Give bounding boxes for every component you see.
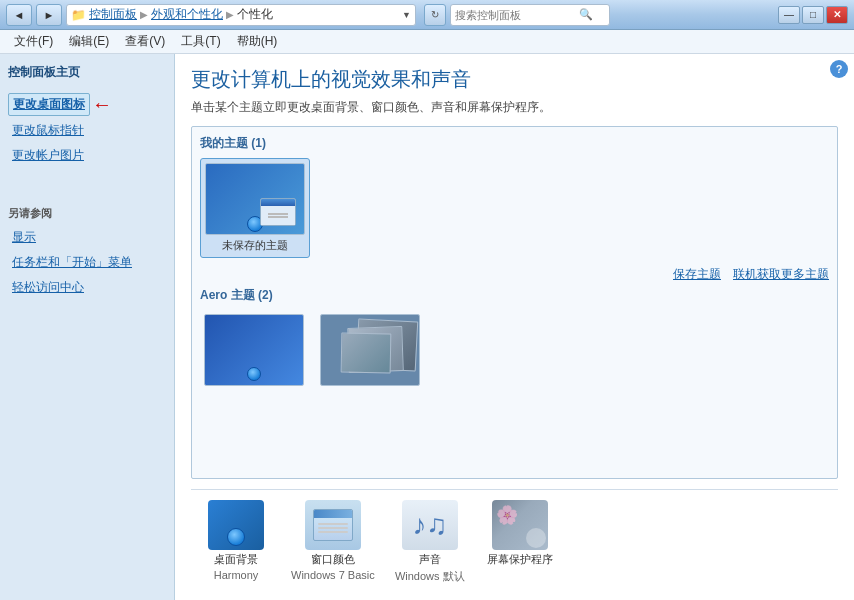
close-button[interactable]: ✕: [826, 6, 848, 24]
sidebar-link-display[interactable]: 显示: [8, 227, 166, 248]
help-icon[interactable]: ?: [830, 60, 848, 78]
sidebar-also-title: 另请参阅: [8, 206, 166, 221]
aero-bg-blue: [205, 315, 303, 385]
sidebar-link-ease[interactable]: 轻松访问中心: [8, 277, 166, 298]
maximize-button[interactable]: □: [802, 6, 824, 24]
sidebar-link-taskbar[interactable]: 任务栏和「开始」菜单: [8, 252, 166, 273]
search-icon[interactable]: 🔍: [579, 8, 593, 21]
page-subtitle: 单击某个主题立即更改桌面背景、窗口颜色、声音和屏幕保护程序。: [191, 99, 838, 116]
sound-icon-bg: ♪♫: [402, 500, 458, 550]
bottom-sub-desktop: Harmony: [214, 569, 259, 581]
search-input[interactable]: [455, 9, 575, 21]
search-bar: 🔍: [450, 4, 610, 26]
aero-theme-1[interactable]: [200, 310, 308, 393]
bottom-item-desktop-bg[interactable]: 桌面背景 Harmony: [191, 496, 281, 585]
icon-wincolor-titlebar: [314, 510, 352, 518]
icon-wincolor-line-2: [318, 527, 348, 529]
icon-screensaver: 🌸: [492, 500, 548, 550]
bottom-label-desktop: 桌面背景: [214, 552, 258, 567]
bottom-label-screensaver: 屏幕保护程序: [487, 552, 553, 567]
music-notes-icon: ♪♫: [412, 509, 447, 541]
menu-tools[interactable]: 工具(T): [175, 31, 226, 52]
desktop-icon-bg: [208, 500, 264, 550]
sidebar: 控制面板主页 更改桌面图标 ← 更改鼠标指针 更改帐户图片 另请参阅 显示 任务…: [0, 54, 175, 600]
breadcrumb-item-2[interactable]: 外观和个性化: [151, 6, 223, 23]
bottom-item-sound[interactable]: ♪♫ 声音 Windows 默认: [385, 496, 475, 588]
sidebar-links: 更改桌面图标 ← 更改鼠标指针 更改帐户图片: [8, 93, 166, 166]
theme-thumb-unsaved: [205, 163, 305, 235]
save-theme-link[interactable]: 保存主题: [673, 266, 721, 283]
back-button[interactable]: ◄: [6, 4, 32, 26]
icon-wincolor-line-1: [318, 523, 348, 525]
aero-thumb-2: [320, 314, 420, 386]
main-layout: 控制面板主页 更改桌面图标 ← 更改鼠标指针 更改帐户图片 另请参阅 显示 任务…: [0, 54, 854, 600]
sidebar-main-title: 控制面板主页: [8, 64, 166, 81]
icon-wincolor-line-3: [318, 531, 348, 533]
bottom-label-sound: 声音: [419, 552, 441, 567]
menu-help[interactable]: 帮助(H): [231, 31, 284, 52]
breadcrumb-sep-1: ▶: [140, 9, 148, 20]
theme-item-unsaved[interactable]: 未保存的主题: [200, 158, 310, 258]
win-line-1: [268, 213, 288, 215]
sidebar-link-account[interactable]: 更改帐户图片: [8, 145, 166, 166]
aero-thumb-1: [204, 314, 304, 386]
menu-view[interactable]: 查看(V): [119, 31, 171, 52]
get-more-link[interactable]: 联机获取更多主题: [733, 266, 829, 283]
breadcrumb-item-1[interactable]: 控制面板: [89, 6, 137, 23]
theme-label-unsaved: 未保存的主题: [222, 238, 288, 253]
icon-wincolor-lines: [314, 518, 352, 538]
bottom-bar: 桌面背景 Harmony: [191, 489, 838, 588]
breadcrumb-folder-icon: 📁: [71, 8, 86, 22]
icon-wincolor-window: [313, 509, 353, 541]
nature-img-3: [341, 333, 392, 374]
aero-theme-2[interactable]: [316, 310, 424, 393]
bottom-sub-sound: Windows 默认: [395, 569, 465, 584]
breadcrumb: 📁 控制面板 ▶ 外观和个性化 ▶ 个性化 ▼: [66, 4, 416, 26]
window-icon: [260, 198, 296, 226]
page-title: 更改计算机上的视觉效果和声音: [191, 66, 838, 93]
minimize-button[interactable]: —: [778, 6, 800, 24]
aero-win7-orb: [247, 367, 261, 381]
bottom-item-screensaver[interactable]: 🌸 屏幕保护程序: [475, 496, 565, 573]
menu-file[interactable]: 文件(F): [8, 31, 59, 52]
breadcrumb-item-3: 个性化: [237, 6, 273, 23]
my-themes-label: 我的主题 (1): [200, 135, 829, 152]
forward-button[interactable]: ►: [36, 4, 62, 26]
aero-themes-grid: [200, 310, 829, 393]
win-body: [261, 206, 295, 225]
themes-scroll-area[interactable]: 我的主题 (1): [191, 126, 838, 479]
icon-sound: ♪♫: [402, 500, 458, 550]
refresh-button[interactable]: ↻: [424, 4, 446, 26]
sidebar-link-mouse[interactable]: 更改鼠标指针: [8, 120, 166, 141]
desktop-bg-icon: [208, 500, 264, 550]
aero-themes-label: Aero 主题 (2): [200, 287, 829, 304]
screensaver-image: 🌸: [492, 500, 548, 550]
highlight-arrow-icon: ←: [92, 93, 112, 116]
menu-edit[interactable]: 编辑(E): [63, 31, 115, 52]
screensaver-icon-bg: 🌸: [492, 500, 548, 550]
desktop-win7-orb: [227, 528, 245, 546]
content-area: ? 更改计算机上的视觉效果和声音 单击某个主题立即更改桌面背景、窗口颜色、声音和…: [175, 54, 854, 600]
title-bar: ◄ ► 📁 控制面板 ▶ 外观和个性化 ▶ 个性化 ▼ ↻ 🔍 — □ ✕: [0, 0, 854, 30]
bottom-item-window-color[interactable]: 窗口颜色 Windows 7 Basic: [281, 496, 385, 585]
thumb-unsaved-bg: [206, 164, 304, 234]
menu-bar: 文件(F) 编辑(E) 查看(V) 工具(T) 帮助(H): [0, 30, 854, 54]
bottom-sub-wincolor: Windows 7 Basic: [291, 569, 375, 581]
breadcrumb-sep-2: ▶: [226, 9, 234, 20]
save-row: 保存主题 联机获取更多主题: [200, 266, 829, 283]
window-color-icon: [305, 500, 361, 550]
title-bar-left: ◄ ► 📁 控制面板 ▶ 外观和个性化 ▶ 个性化 ▼ ↻ 🔍: [6, 4, 610, 26]
window-controls: — □ ✕: [778, 6, 848, 24]
sidebar-link-desktop-icon[interactable]: 更改桌面图标: [8, 93, 90, 116]
icon-wincolor-bg: [305, 500, 361, 550]
aero-bg-nature: [321, 315, 419, 385]
breadcrumb-dropdown-icon[interactable]: ▼: [402, 10, 411, 20]
my-themes-grid: 未保存的主题: [200, 158, 829, 258]
win-line-2: [268, 216, 288, 218]
win-title-bar: [261, 199, 295, 206]
bottom-label-wincolor: 窗口颜色: [311, 552, 355, 567]
